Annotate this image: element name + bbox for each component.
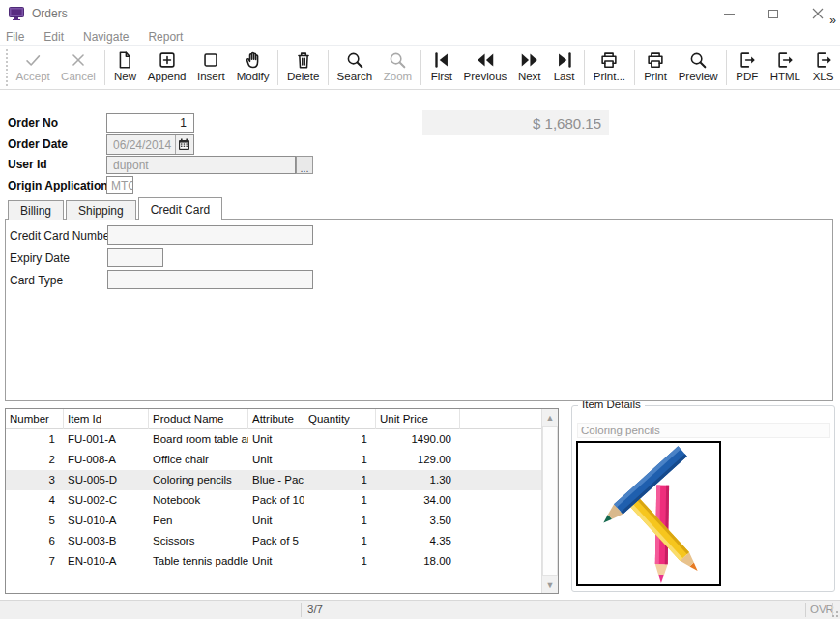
toolbar-previous-label: Previous — [464, 71, 507, 82]
user-id-browse-button[interactable]: ... — [296, 156, 313, 174]
grid-cell: 1 — [304, 531, 376, 551]
menu-item-navigate[interactable]: Navigate — [73, 30, 138, 44]
grid-header-unit-price[interactable]: Unit Price — [376, 409, 460, 429]
toolbar-print-dialog-button[interactable]: Print... — [588, 46, 631, 89]
toolbar-search-label: Search — [337, 71, 372, 82]
calendar-icon[interactable] — [175, 135, 192, 154]
table-row[interactable]: 7EN-010-ATable tennis paddles...Unit118.… — [6, 551, 541, 572]
tab-credit-card[interactable]: Credit Card — [138, 197, 222, 220]
grid-cell: Board room table an... — [149, 429, 248, 450]
grid-header-attribute[interactable]: Attribute — [248, 409, 304, 429]
origin-application-field[interactable] — [106, 176, 133, 194]
minimize-icon[interactable] — [707, 0, 751, 27]
user-id-field[interactable] — [106, 156, 296, 174]
toolbar-new-button[interactable]: New — [107, 46, 142, 89]
toolbar-separator — [104, 50, 105, 85]
toolbar-first-button[interactable]: First — [424, 46, 458, 89]
credit-card-number-label: Credit Card Number — [10, 229, 113, 243]
toolbar-html-button[interactable]: HTML — [765, 46, 806, 89]
toolbar-previous-button[interactable]: Previous — [459, 46, 512, 89]
grid-header-product-name[interactable]: Product Name — [149, 409, 248, 429]
table-row[interactable]: 3SU-005-DColoring pencilsBlue - Pac...11… — [6, 470, 541, 490]
export-icon — [813, 49, 834, 70]
grid-cell: 129.00 — [376, 450, 460, 470]
toolbar-separator — [726, 50, 727, 85]
orders-window: Orders FileEditNavigateReport AcceptCanc… — [0, 0, 840, 619]
tab-shipping[interactable]: Shipping — [66, 200, 136, 220]
grid-header-item-id[interactable]: Item Id — [64, 409, 149, 429]
grid-cell: Office chair — [149, 450, 248, 470]
grid-cell: Scissors — [149, 531, 248, 551]
toolbar-delete-button[interactable]: Delete — [281, 46, 325, 89]
grid-cell: SU-003-B — [64, 531, 149, 551]
order-date-label: Order Date — [8, 137, 68, 151]
trash-icon — [293, 49, 314, 70]
resize-grip[interactable] — [829, 608, 839, 618]
grid-cell: SU-005-D — [64, 470, 149, 490]
plus-square-icon — [157, 49, 178, 70]
grid-header-quantity[interactable]: Quantity — [304, 409, 376, 429]
grid-cell: 1 — [304, 490, 376, 511]
table-row[interactable]: 2FU-008-AOffice chairUnit1129.00 — [6, 450, 541, 470]
toolbar-print-button[interactable]: Print — [638, 46, 674, 89]
printer-icon — [645, 49, 666, 70]
check-icon — [22, 49, 43, 70]
tab-billing[interactable]: Billing — [8, 200, 64, 220]
grid-cell: SU-002-C — [64, 490, 149, 511]
grid-cell: FU-008-A — [64, 450, 149, 470]
table-row[interactable]: 6SU-003-BScissorsPack of 514.35 — [6, 531, 541, 551]
item-details-product-name-field[interactable] — [577, 423, 830, 438]
toolbar-next-button[interactable]: Next — [511, 46, 547, 89]
table-row[interactable]: 5SU-010-APenUnit13.50 — [6, 511, 541, 531]
toolbar-xls-button[interactable]: XLS — [806, 46, 840, 89]
app-icon — [9, 7, 24, 20]
window-controls — [707, 0, 840, 27]
grid-cell: Blue - Pac... — [248, 470, 304, 490]
grid-cell: 1 — [304, 551, 376, 572]
table-row[interactable]: 4SU-002-CNotebookPack of 10134.00 — [6, 490, 541, 511]
grid-cell: Unit — [248, 429, 304, 450]
order-no-field[interactable] — [106, 113, 194, 133]
next-icon — [519, 49, 540, 70]
grid-cell: Unit — [248, 551, 304, 572]
grid-header-number[interactable]: Number — [6, 409, 64, 429]
expiry-date-field[interactable] — [107, 248, 163, 267]
toolbar-append-button[interactable]: Append — [142, 46, 190, 89]
toolbar-last-label: Last — [554, 71, 575, 82]
card-type-label: Card Type — [10, 274, 63, 287]
credit-card-number-field[interactable] — [107, 225, 313, 245]
toolbar-modify-button[interactable]: Modify — [231, 46, 275, 89]
order-total-value: $ 1,680.15 — [422, 110, 609, 135]
grid-cell: Pack of 5 — [248, 531, 304, 551]
scroll-up-icon[interactable]: ▲ — [542, 409, 558, 426]
origin-application-label: Origin Application — [8, 179, 108, 192]
grid-cell: 7 — [6, 551, 64, 572]
scroll-down-icon[interactable]: ▼ — [542, 576, 558, 593]
toolbar-separator — [634, 50, 635, 85]
grid-vertical-scrollbar[interactable]: ▲ ▼ — [541, 409, 558, 593]
tabstrip: BillingShippingCredit Card — [8, 198, 224, 220]
scrollbar-thumb[interactable] — [542, 426, 558, 576]
grid-cell: 1 — [304, 470, 376, 490]
menu-item-edit[interactable]: Edit — [34, 30, 73, 44]
toolbar-pdf-button[interactable]: PDF — [730, 46, 765, 89]
toolbar-last-button[interactable]: Last — [547, 46, 581, 89]
toolbar-overflow-chevron-icon[interactable]: » — [829, 14, 836, 27]
menu-item-file[interactable]: File — [0, 30, 34, 44]
order-lines-grid: NumberItem IdProduct NameAttributeQuanti… — [5, 408, 559, 594]
user-id-label: User Id — [8, 158, 47, 171]
toolbar-preview-button[interactable]: Preview — [673, 46, 723, 89]
toolbar-insert-button[interactable]: Insert — [191, 46, 231, 89]
grid-cell: 34.00 — [376, 490, 460, 511]
maximize-icon[interactable] — [751, 0, 796, 27]
table-row[interactable]: 1FU-001-ABoard room table an...Unit11490… — [6, 429, 541, 450]
coloring-pencils-image — [576, 441, 721, 586]
window-title: Orders — [32, 7, 68, 20]
menu-item-report[interactable]: Report — [138, 30, 192, 44]
toolbar-grip[interactable] — [6, 49, 9, 86]
statusbar: 3/7 OVR — [0, 600, 840, 619]
toolbar-next-label: Next — [518, 71, 541, 82]
menubar: FileEditNavigateReport — [0, 27, 840, 46]
card-type-field[interactable] — [107, 270, 313, 289]
toolbar-search-button[interactable]: Search — [332, 46, 378, 89]
